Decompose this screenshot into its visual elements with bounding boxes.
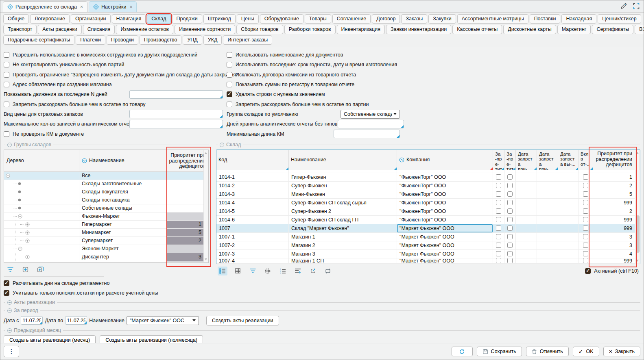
column-header[interactable]: Компания	[397, 150, 493, 170]
tree-toggle-icon[interactable]	[25, 239, 30, 243]
checkbox[interactable]	[496, 217, 501, 222]
ribbon-tab[interactable]: Договор	[372, 14, 400, 24]
ribbon-tab[interactable]: Сборки товаров	[236, 25, 283, 34]
edit-pencil-icon[interactable]	[620, 2, 627, 10]
checkbox[interactable]	[4, 72, 9, 78]
table-row[interactable]: Дискаунтер3	[4, 253, 208, 261]
table-row[interactable]: 1007-1Магазин 1"Маркет Фьюжен" ООО3	[216, 233, 640, 241]
checkbox[interactable]	[507, 200, 513, 205]
checkbox[interactable]	[496, 208, 501, 214]
checkbox[interactable]	[583, 217, 588, 222]
text-input[interactable]	[338, 120, 404, 128]
table-row[interactable]: Собственные склады	[4, 204, 208, 213]
checkbox[interactable]	[4, 290, 9, 296]
scrollbar[interactable]	[203, 150, 208, 262]
column-header[interactable]: За-пре-тит...	[493, 150, 504, 170]
ribbon-tab[interactable]: Изменение сортности	[175, 25, 235, 34]
checkbox[interactable]	[583, 234, 588, 239]
column-header[interactable]: Дата запрета при-...	[537, 150, 558, 170]
checkbox[interactable]	[496, 251, 501, 256]
ok-button[interactable]: ✓OK	[573, 347, 599, 356]
checkbox[interactable]	[4, 131, 9, 137]
column-header[interactable]: Наименование	[79, 150, 167, 171]
column-header[interactable]: Приоритет при распределении дефицитов	[593, 150, 640, 170]
ribbon-tab[interactable]: Оборудование	[260, 14, 303, 24]
checkbox[interactable]	[507, 251, 513, 256]
ribbon-tab[interactable]: Ассортиментные матрицы	[457, 14, 528, 24]
checkbox[interactable]	[227, 82, 232, 87]
checkbox[interactable]	[583, 258, 588, 263]
checkbox[interactable]	[496, 191, 501, 197]
save-button[interactable]: Сохранить	[477, 347, 522, 356]
ribbon-tab[interactable]: Разборки товаров	[284, 25, 336, 34]
add-multiple-icon[interactable]	[35, 265, 45, 274]
checkbox[interactable]	[507, 174, 513, 180]
table-row[interactable]: Эконом-Маркет	[4, 245, 208, 253]
table-row[interactable]: Склады поставщика	[4, 196, 208, 204]
collapse-icon[interactable]	[220, 143, 224, 147]
checkbox[interactable]	[583, 226, 588, 231]
priority-cell[interactable]: 3	[593, 241, 640, 249]
doc-tab-settings[interactable]: Настройки ×	[89, 1, 137, 12]
table-row[interactable]: Минимаркет5	[4, 229, 208, 237]
ribbon-tab[interactable]: Кассовые отчеты	[452, 25, 502, 34]
ribbon-tab[interactable]: Проводки	[107, 35, 138, 45]
tab-close-icon[interactable]: ×	[80, 4, 83, 10]
priority-cell[interactable]: 999	[593, 216, 640, 224]
ribbon-tab[interactable]: УКД	[203, 35, 222, 45]
cancel-button[interactable]: Отменить	[526, 347, 569, 356]
tree-toggle-icon[interactable]	[25, 255, 30, 259]
ribbon-tab[interactable]: Списания	[83, 25, 115, 34]
kebab-menu-button[interactable]: ⋮	[4, 346, 19, 357]
priority-cell[interactable]	[167, 196, 208, 204]
priority-cell[interactable]	[167, 204, 208, 212]
collapse-icon[interactable]	[7, 143, 12, 147]
text-input[interactable]	[130, 91, 223, 98]
checkbox[interactable]	[507, 208, 513, 214]
table-row[interactable]: 1007Склад "Маркет Фьюжен""Маркет Фьюжен"…	[216, 224, 640, 233]
checkbox[interactable]	[4, 82, 9, 87]
priority-cell[interactable]	[167, 180, 208, 188]
priority-cell[interactable]: 5	[593, 190, 640, 198]
ribbon-tab[interactable]: Общие	[3, 14, 29, 24]
checkbox[interactable]	[583, 174, 588, 180]
active-checkbox[interactable]	[585, 268, 591, 274]
ribbon-tab[interactable]: Маркетинг	[557, 25, 591, 34]
checkbox[interactable]	[4, 280, 9, 286]
priority-cell[interactable]: 999	[593, 258, 640, 263]
ribbon-tab[interactable]: Штрихкод	[203, 14, 236, 24]
text-input[interactable]	[334, 130, 399, 138]
tree-toggle-icon[interactable]	[18, 247, 22, 251]
ribbon-tab[interactable]: УПД	[183, 35, 202, 45]
repeat-icon[interactable]	[323, 267, 333, 275]
checkbox[interactable]	[496, 234, 501, 239]
doc-tab-distribution[interactable]: Распределение со склада ×	[3, 1, 87, 12]
ribbon-tab[interactable]: Склад	[147, 14, 170, 24]
checkbox[interactable]	[496, 200, 501, 205]
column-header[interactable]: За-пре-тит...	[504, 150, 516, 170]
fullscreen-icon[interactable]	[633, 3, 640, 9]
priority-cell[interactable]: 999	[593, 199, 640, 207]
checkbox[interactable]	[4, 52, 9, 58]
text-input[interactable]	[130, 110, 223, 118]
ribbon-tab[interactable]: Поставки	[530, 14, 561, 24]
checkbox[interactable]	[583, 251, 588, 256]
table-row[interactable]: Склады покупателя	[4, 188, 208, 196]
checkbox[interactable]	[496, 243, 501, 248]
column-header[interactable]: Дата запрета при-...	[516, 150, 537, 170]
collapse-icon[interactable]	[7, 328, 12, 333]
ribbon-tab[interactable]: Инвентаризация	[337, 25, 385, 34]
ribbon-tab[interactable]: Продажи	[172, 14, 202, 24]
checkbox[interactable]	[583, 200, 588, 205]
priority-cell[interactable]	[167, 172, 208, 180]
export-icon[interactable]	[308, 267, 318, 275]
close-button[interactable]: ×Закрыть	[603, 347, 640, 356]
column-header[interactable]: Дерево	[4, 150, 79, 171]
checkbox[interactable]	[4, 62, 9, 67]
numbered-list-icon[interactable]: 123	[278, 267, 288, 275]
priority-cell[interactable]	[167, 213, 208, 220]
table-row[interactable]: 1014-3Мини-Фьюжен"ФьюженТорг" ООО5	[216, 190, 640, 199]
scrollbar[interactable]	[635, 150, 640, 263]
ribbon-tab[interactable]: Логирование	[30, 14, 70, 24]
ribbon-tab[interactable]: Накладная	[561, 14, 596, 24]
